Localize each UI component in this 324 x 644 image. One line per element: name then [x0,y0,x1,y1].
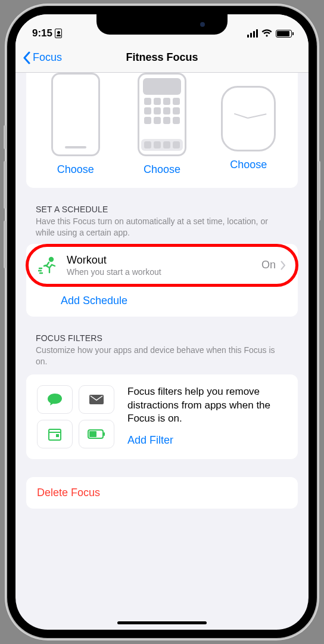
workout-schedule-row[interactable]: Workout When you start a workout On [29,247,295,284]
schedule-section-header: SET A SCHEDULE Have this Focus turn on a… [15,188,309,242]
status-time: 9:15 [32,27,52,39]
id-icon [55,29,62,38]
calendar-filter-icon [37,420,73,448]
add-filter-button[interactable]: Add Filter [127,434,287,447]
filter-icons-group [37,385,114,448]
focus-filters-card: Focus filters help you remove distractio… [26,374,298,459]
highlighted-annotation: Workout When you start a workout On [26,244,298,287]
workout-row-sub: When you start a workout [67,267,253,277]
filters-heading: FOCUS FILTERS [36,333,288,343]
content: Choose Choose Choose [15,73,309,617]
choose-watch-button[interactable]: Choose [230,159,267,171]
cellular-signal-icon [247,29,258,38]
workout-icon [38,255,58,275]
workout-row-state: On [261,259,276,271]
filters-section-header: FOCUS FILTERS Customize how your apps an… [15,317,309,371]
battery-filter-icon [79,420,114,448]
phone-frame: 9:15 Focus Fitness Focus Choose [7,6,317,638]
home-screen-preview[interactable] [138,73,186,156]
filters-description: Focus filters help you remove distractio… [127,385,287,426]
wifi-icon [261,29,272,38]
mail-filter-icon [79,385,114,414]
svg-rect-4 [56,434,59,437]
back-button[interactable]: Focus [23,51,62,64]
customize-screens-card: Choose Choose Choose [26,73,298,188]
chevron-right-icon [281,261,286,270]
schedule-subtext: Have this Focus turn on automatically at… [36,216,288,239]
svg-rect-6 [89,431,96,437]
schedule-list: Workout When you start a workout On Add … [26,244,298,317]
filters-subtext: Customize how your apps and device behav… [36,345,288,367]
notch [96,14,228,35]
watch-face-preview[interactable] [221,86,276,151]
svg-point-0 [49,258,53,261]
screen: 9:15 Focus Fitness Focus Choose [15,14,309,630]
delete-focus-button[interactable]: Delete Focus [26,477,298,509]
choose-home-screen-button[interactable]: Choose [144,163,180,176]
navigation-bar: Focus Fitness Focus [15,43,309,73]
workout-row-title: Workout [67,254,253,267]
schedule-heading: SET A SCHEDULE [36,205,288,214]
home-indicator[interactable] [117,621,207,624]
battery-icon [276,30,292,38]
messages-filter-icon [37,385,73,414]
chevron-left-icon [23,51,30,64]
back-label: Focus [33,51,62,64]
lock-screen-preview[interactable] [51,73,100,156]
svg-rect-7 [104,432,105,436]
choose-lock-screen-button[interactable]: Choose [57,163,94,176]
add-schedule-button[interactable]: Add Schedule [26,285,298,317]
